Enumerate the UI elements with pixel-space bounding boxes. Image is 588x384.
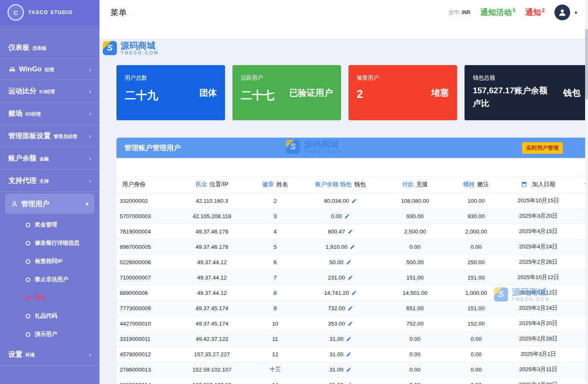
column-sort-link[interactable]: 螺栓: [463, 181, 475, 187]
sidebar-subitem-7-3[interactable]: 禁止非法用户: [0, 270, 99, 289]
edit-balance-icon[interactable]: [348, 321, 353, 326]
chevron-down-icon[interactable]: ▾: [574, 10, 577, 16]
sidebar-item-sublabel: 仪表板: [32, 45, 47, 51]
cell-join-date: 2025年3月20日: [503, 209, 573, 224]
sidebar-item-1[interactable]: WinGo经理›: [0, 59, 99, 80]
edit-balance-icon[interactable]: [351, 290, 357, 296]
cell-join-date: 2025年2月26日: [503, 255, 573, 270]
table-header-row: 用户身份民众位置/IP徽章姓名账户余额 钱包钱包付款充值螺栓赌注加入日期设置行动…: [116, 176, 588, 193]
sidebar-subitem-7-4[interactable]: 用户: [0, 289, 99, 307]
bullet-icon: [26, 259, 30, 264]
column-label: 加入日期: [532, 181, 555, 187]
cell-ip: 42.105.208.118: [174, 209, 250, 224]
table-row: 761900000449.37.46.1784800.472,500.002,0…: [116, 224, 588, 239]
cell-ip: 49.37.45.174: [174, 316, 250, 331]
cell-balance: 31.00: [300, 377, 381, 384]
cell-badge: 3: [250, 209, 300, 224]
balance-value: 732.00: [328, 305, 345, 311]
cell-user-id: 0226000006: [116, 255, 174, 270]
bullet-icon: [26, 314, 30, 318]
sidebar: C TASCO STUDIO 仪表板仪表板WinGo经理›运动比分K3经理›赌场…: [0, 0, 99, 384]
edit-balance-icon[interactable]: [346, 382, 351, 384]
edit-balance-icon[interactable]: [348, 306, 353, 311]
table-row: 4578000012157.35.27.2271231.000.000.0020…: [116, 347, 588, 362]
edit-balance-icon[interactable]: [348, 275, 353, 280]
stat-label: 被禁用户: [357, 74, 379, 82]
sidebar-item-5[interactable]: 账户余额金融›: [0, 147, 99, 170]
cell-ip: 157.35.27.227: [174, 347, 250, 362]
edit-balance-icon[interactable]: [346, 336, 351, 342]
sidebar-subitem-7-2[interactable]: 检查相同IP: [0, 252, 99, 270]
brand-logo[interactable]: C TASCO STUDIO: [0, 0, 99, 25]
notification-activity-link[interactable]: 通知活动5: [480, 7, 515, 18]
balance-wrap: 31.00: [300, 382, 380, 384]
sidebar-subitem-7-6[interactable]: 演示用户: [0, 325, 99, 343]
column-sort-link[interactable]: 徽章: [262, 181, 274, 187]
column-label: 赌注: [477, 181, 489, 187]
sidebar-item-4[interactable]: 管理面板设置管理员经理›: [0, 125, 99, 147]
table-scroll-area[interactable]: 用户身份民众位置/IP徽章姓名账户余额 钱包钱包付款充值螺栓赌注加入日期设置行动…: [116, 176, 588, 384]
stat-side-label: 堵塞: [431, 87, 449, 99]
user-avatar[interactable]: [554, 5, 570, 20]
sidebar-subitem-7-0[interactable]: 奖金管理: [0, 216, 99, 234]
sidebar-item-label: 设置: [8, 350, 22, 359]
column-sort-link[interactable]: 账户余额 钱包: [315, 181, 352, 187]
table-row: 022600000649.37.44.12650.00500.00250.002…: [116, 255, 588, 270]
edit-balance-icon[interactable]: [346, 367, 351, 372]
sidebar-nav: 仪表板仪表板WinGo经理›运动比分K3经理›赌场5D经理›管理面板设置管理员经…: [0, 25, 99, 384]
edit-balance-icon[interactable]: [344, 214, 350, 219]
sidebar-item-0[interactable]: 仪表板仪表板: [0, 36, 99, 59]
notification-activity-count: 5: [513, 7, 515, 13]
edit-balance-icon[interactable]: [346, 352, 351, 357]
column-header-5[interactable]: 螺栓赌注: [449, 176, 503, 193]
column-header-0[interactable]: 用户身份: [116, 176, 174, 193]
sidebar-item-2[interactable]: 运动比分K3经理›: [0, 80, 99, 102]
cell-ip: 49.37.46.178: [174, 224, 250, 239]
edit-balance-icon[interactable]: [350, 244, 355, 250]
bullet-icon: [26, 332, 30, 337]
page-scrollbar-thumb[interactable]: [585, 29, 588, 100]
stat-label: 钱包总额: [473, 74, 547, 82]
chevron-right-icon: ›: [89, 66, 91, 73]
cell-badge: 6: [250, 255, 300, 270]
cell-bet: 0.00: [449, 347, 503, 362]
cell-user-id: 5707000003: [116, 209, 174, 224]
watermark-mark-icon: S: [103, 41, 117, 55]
stat-label: 活跃用户: [241, 74, 274, 82]
table-row: 777300000949.37.45.1749732.00651.00151.0…: [116, 301, 588, 316]
cell-recharge: 930.00: [381, 209, 449, 224]
column-header-6[interactable]: 加入日期: [503, 176, 573, 193]
notification-link[interactable]: 通知2: [525, 7, 545, 18]
table-row: 33200000242.110.160.3280,034.00108,080.0…: [116, 193, 588, 209]
sidebar-item-8[interactable]: 设置环境›: [0, 343, 99, 366]
page-scrollbar[interactable]: [585, 0, 588, 384]
column-header-1[interactable]: 民众位置/IP: [174, 176, 250, 193]
balance-value: 14,741.20: [324, 290, 349, 296]
cell-bet: 1,000.00: [449, 285, 503, 301]
sidebar-item-label: 账户余额: [8, 153, 36, 163]
sidebar-item-sublabel: 支持: [39, 178, 49, 185]
edit-balance-icon[interactable]: [351, 198, 357, 204]
cell-badge: 7: [250, 270, 300, 285]
sidebar-item-7[interactable]: 管理用户▾: [5, 194, 94, 214]
balance-wrap: 800.47: [300, 228, 380, 235]
sidebar-subitem-7-5[interactable]: 礼品代码: [0, 307, 99, 325]
column-sort-link[interactable]: 付款: [402, 181, 414, 187]
balance-value: 80,034.00: [324, 198, 349, 204]
sidebar-subitem-7-1[interactable]: 修改银行详细信息: [0, 234, 99, 252]
cell-bet: 0.00: [449, 377, 503, 384]
chevron-right-icon: ›: [89, 110, 91, 117]
sidebar-item-6[interactable]: 支持代理支持›: [0, 170, 99, 192]
table-row: 442700001049.37.45.17410353.00752.00152.…: [116, 316, 588, 331]
edit-balance-icon[interactable]: [348, 229, 353, 234]
column-header-4[interactable]: 付款充值: [381, 176, 449, 193]
column-label: 钱包: [354, 181, 365, 187]
column-header-2[interactable]: 徽章姓名: [250, 176, 300, 193]
column-sort-link[interactable]: 民众: [196, 181, 207, 187]
stat-value: 二十七: [241, 88, 274, 103]
balance-value: 31.00: [329, 367, 344, 373]
sidebar-item-3[interactable]: 赌场5D经理›: [0, 102, 99, 125]
edit-balance-icon[interactable]: [346, 260, 351, 265]
live-user-management-badge[interactable]: 实时用户管理: [522, 142, 563, 154]
column-header-3[interactable]: 账户余额 钱包钱包: [300, 176, 381, 193]
